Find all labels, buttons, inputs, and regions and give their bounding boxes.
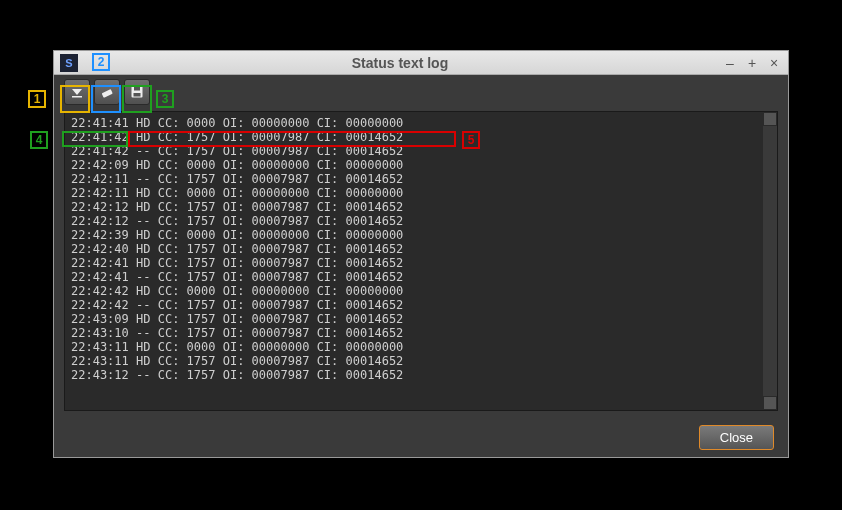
scroll-down-icon [70,85,84,99]
close-button[interactable]: Close [699,425,774,450]
scroll-track[interactable] [763,126,777,396]
window-close-button[interactable]: × [766,55,782,71]
status-log-window: S Status text log – + × 22:41:41 HD CC: … [53,50,789,458]
scroll-up-button[interactable] [763,112,777,126]
svg-rect-0 [72,96,82,98]
scroll-down-button[interactable] [763,396,777,410]
window-title: Status text log [84,55,716,71]
maximize-button[interactable]: + [744,55,760,71]
save-log-button[interactable] [124,79,150,105]
minimize-button[interactable]: – [722,55,738,71]
log-area: 22:41:41 HD CC: 0000 OI: 00000000 CI: 00… [64,111,778,411]
eraser-icon [100,85,114,99]
save-icon [130,85,144,99]
scrollbar[interactable] [763,112,777,410]
log-text[interactable]: 22:41:41 HD CC: 0000 OI: 00000000 CI: 00… [65,112,763,410]
titlebar: S Status text log – + × [54,51,788,75]
svg-rect-3 [134,87,140,91]
footer: Close [54,417,788,457]
scroll-to-end-button[interactable] [64,79,90,105]
svg-rect-1 [102,89,113,98]
clear-log-button[interactable] [94,79,120,105]
svg-rect-4 [134,93,141,97]
toolbar [54,75,788,109]
app-icon: S [60,54,78,72]
